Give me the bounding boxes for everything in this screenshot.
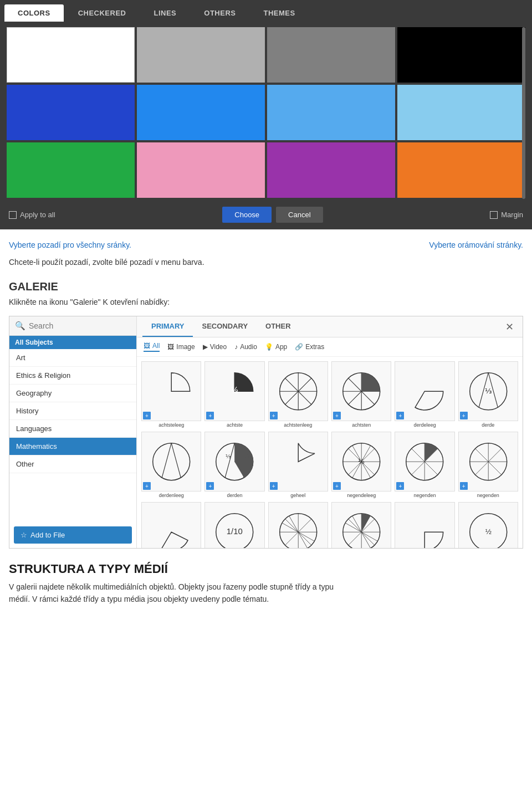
- svg-point-15: [153, 443, 190, 480]
- color-cell-pink[interactable]: [137, 142, 265, 198]
- sidebar-all-subjects-label: All Subjects: [9, 336, 136, 349]
- filter-video[interactable]: ▶ Video: [203, 343, 227, 351]
- media-label-negenden1: negenden: [413, 493, 436, 499]
- filter-image[interactable]: 🖼 Image: [167, 343, 195, 351]
- add-icon-negenden1: +: [396, 482, 404, 490]
- color-cell-darkblue[interactable]: [7, 85, 135, 140]
- pie-icon-negenden2: [468, 441, 509, 482]
- media-item-r3c[interactable]: +: [268, 502, 328, 548]
- add-icon-geheel: +: [270, 482, 278, 490]
- add-icon-achtsteleeg: +: [143, 412, 151, 419]
- color-cell-lightblue[interactable]: [397, 85, 525, 140]
- galerie-panel: 🔍 All Subjects Art Ethics & Religion Geo…: [9, 316, 523, 549]
- tab-colors[interactable]: COLORS: [4, 4, 64, 22]
- pie-icon-geheel: [278, 441, 319, 482]
- pie-icon-negendeleeg: ⅑: [341, 441, 382, 482]
- color-cell-green[interactable]: [7, 142, 135, 198]
- apply-to-all-label: Apply to all: [20, 211, 55, 219]
- sidebar-item-geography[interactable]: Geography: [9, 385, 136, 402]
- tab-checkered[interactable]: CHECKERED: [65, 4, 140, 22]
- sidebar-item-languages[interactable]: Languages: [9, 420, 136, 438]
- svg-line-16: [162, 443, 171, 478]
- cancel-button[interactable]: Cancel: [276, 207, 323, 223]
- media-item-achtste[interactable]: ⅛ + achtste: [204, 361, 264, 428]
- media-item-derde[interactable]: ⅓ + derde: [458, 361, 518, 428]
- tab-secondary[interactable]: SECONDARY: [193, 316, 257, 337]
- sidebar-item-history[interactable]: History: [9, 402, 136, 420]
- apply-to-all-checkbox[interactable]: [9, 211, 17, 219]
- close-galerie-button[interactable]: ✕: [502, 319, 517, 335]
- search-input[interactable]: [29, 321, 131, 330]
- filter-app[interactable]: 💡 App: [265, 343, 287, 351]
- color-cell-white[interactable]: [7, 27, 135, 83]
- color-cell-gray[interactable]: [267, 27, 395, 83]
- pie-icon-derden: ⅓ ⅓: [214, 441, 255, 482]
- tab-themes[interactable]: THEMES: [250, 4, 308, 22]
- color-panel-inner: [4, 27, 528, 198]
- pie-icon-negenden1: [404, 441, 445, 482]
- add-to-file-button[interactable]: ☆ Add to File: [14, 526, 132, 544]
- sidebar-item-art[interactable]: Art: [9, 349, 136, 367]
- pie-icon-r3a: [151, 511, 192, 548]
- color-tabs-bar: COLORS CHECKERED LINES OTHERS THEMES: [4, 4, 528, 22]
- media-label-derde: derde: [482, 422, 494, 428]
- media-thumb-derdenleeg: +: [141, 432, 201, 491]
- color-cell-black[interactable]: [397, 27, 525, 83]
- media-item-r3b[interactable]: 1/10 +: [204, 502, 264, 548]
- media-thumb-achtsteleeg: +: [141, 361, 201, 421]
- scrollbar[interactable]: [522, 27, 525, 199]
- color-cell-blue[interactable]: [137, 85, 265, 140]
- filter-audio[interactable]: ♪ Audio: [234, 343, 257, 351]
- tab-lines[interactable]: LINES: [140, 4, 190, 22]
- margin-checkbox[interactable]: [490, 211, 498, 219]
- color-cell-orange[interactable]: [397, 142, 525, 198]
- media-item-geheel[interactable]: + geheel: [268, 432, 328, 499]
- pie-icon-r3d: [341, 511, 382, 548]
- media-thumb-r3f: ½ +: [458, 502, 518, 548]
- pie-icon-derde: ⅓: [468, 371, 509, 412]
- pie-icon-achtsten: [341, 371, 382, 412]
- tab-other[interactable]: OTHER: [257, 316, 300, 337]
- body-line1: Vyberte pozadí pro všechny sránky.: [9, 239, 131, 251]
- media-grid-inner: + achtsteleeg ⅛ + achtste: [141, 361, 518, 548]
- media-label-geheel: geheel: [290, 493, 305, 499]
- pie-icon-achtste: ⅛: [214, 371, 255, 412]
- media-thumb-achtstenleeg: +: [268, 361, 328, 421]
- choose-button[interactable]: Choose: [222, 207, 272, 223]
- media-item-r3a[interactable]: +: [141, 502, 201, 548]
- tab-others[interactable]: OTHERS: [191, 4, 249, 22]
- color-cell-lightgray[interactable]: [137, 27, 265, 83]
- media-item-derdenleeg[interactable]: + derdenleeg: [141, 432, 201, 499]
- sidebar-item-mathematics[interactable]: Mathematics: [9, 438, 136, 455]
- struktura-text2: médií. V rámci každé třídy a typu média …: [9, 593, 523, 605]
- media-item-negenden2[interactable]: + negenden: [458, 432, 518, 499]
- add-icon-achtste: +: [206, 412, 214, 419]
- media-thumb-r3a: +: [141, 502, 201, 548]
- color-cell-medblue[interactable]: [267, 85, 395, 140]
- sidebar-item-ethics[interactable]: Ethics & Religion: [9, 367, 136, 385]
- add-icon-derde: +: [460, 412, 468, 419]
- filter-all[interactable]: 🖼 All: [144, 342, 160, 352]
- media-item-negenden1[interactable]: + negenden: [395, 432, 454, 499]
- all-icon: 🖼: [144, 342, 150, 350]
- media-item-derden[interactable]: ⅓ ⅓ + derden: [204, 432, 264, 499]
- media-item-r3e[interactable]: +: [395, 502, 454, 548]
- struktura-heading: STRUKTURA A TYPY MÉDIÍ: [9, 562, 523, 576]
- search-icon: 🔍: [15, 321, 25, 331]
- media-item-r3f[interactable]: ½ +: [458, 502, 518, 548]
- struktura-text1: V galerii najdete několik multimediálníc…: [9, 581, 523, 593]
- filter-extras[interactable]: 🔗 Extras: [295, 343, 324, 351]
- color-cell-purple[interactable]: [267, 142, 395, 198]
- media-item-derdeleeg[interactable]: + derdeleeg: [395, 361, 454, 428]
- media-item-achtsten[interactable]: + achtsten: [331, 361, 391, 428]
- media-item-achtsteleeg[interactable]: + achtsteleeg: [141, 361, 201, 428]
- filter-video-label: Video: [210, 343, 227, 351]
- sidebar-item-other[interactable]: Other: [9, 455, 136, 473]
- media-item-r3d[interactable]: +: [331, 502, 391, 548]
- media-item-achtstenleeg[interactable]: + achtstenleeg: [268, 361, 328, 428]
- galerie-tabs: PRIMARY SECONDARY OTHER ✕: [137, 316, 523, 337]
- tab-primary[interactable]: PRIMARY: [142, 316, 193, 337]
- svg-text:⅓: ⅓: [244, 453, 249, 459]
- galerie-subtext: Klikněte na ikonu "Galerie" K otevření n…: [9, 296, 523, 308]
- media-item-negendeleeg[interactable]: ⅑ + negendeleeg: [331, 432, 391, 499]
